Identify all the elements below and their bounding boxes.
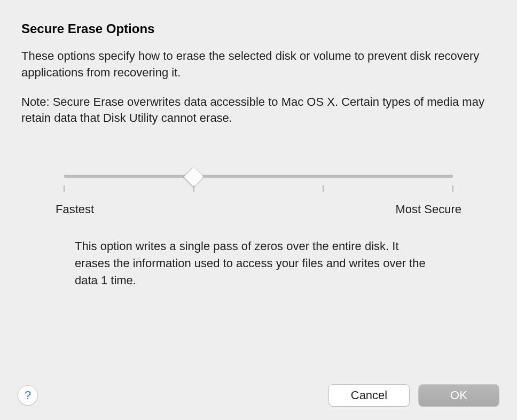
description-paragraph-2: Note: Secure Erase overwrites data acces… — [21, 94, 496, 127]
slider-tick — [64, 185, 65, 192]
ok-button[interactable]: OK — [419, 385, 499, 406]
secure-erase-dialog: Secure Erase Options These options speci… — [0, 0, 517, 420]
dialog-description: These options specify how to erase the s… — [21, 48, 496, 127]
security-slider[interactable]: Fastest Most Secure — [64, 175, 453, 216]
slider-tick — [323, 185, 324, 192]
slider-label-max: Most Secure — [396, 203, 462, 216]
slider-tick — [193, 185, 194, 192]
description-paragraph-1: These options specify how to erase the s… — [21, 48, 496, 81]
dialog-footer: ? Cancel OK — [0, 383, 517, 408]
dialog-title: Secure Erase Options — [21, 21, 496, 36]
slider-thumb[interactable] — [183, 166, 205, 188]
slider-label-min: Fastest — [56, 203, 94, 216]
help-button[interactable]: ? — [18, 386, 37, 405]
slider-ticks — [64, 185, 453, 195]
cancel-button[interactable]: Cancel — [329, 385, 409, 406]
slider-labels: Fastest Most Secure — [56, 203, 461, 216]
option-explanation: This option writes a single pass of zero… — [75, 238, 437, 289]
slider-track[interactable] — [64, 175, 453, 178]
help-icon: ? — [25, 388, 31, 402]
slider-tick — [452, 185, 453, 192]
